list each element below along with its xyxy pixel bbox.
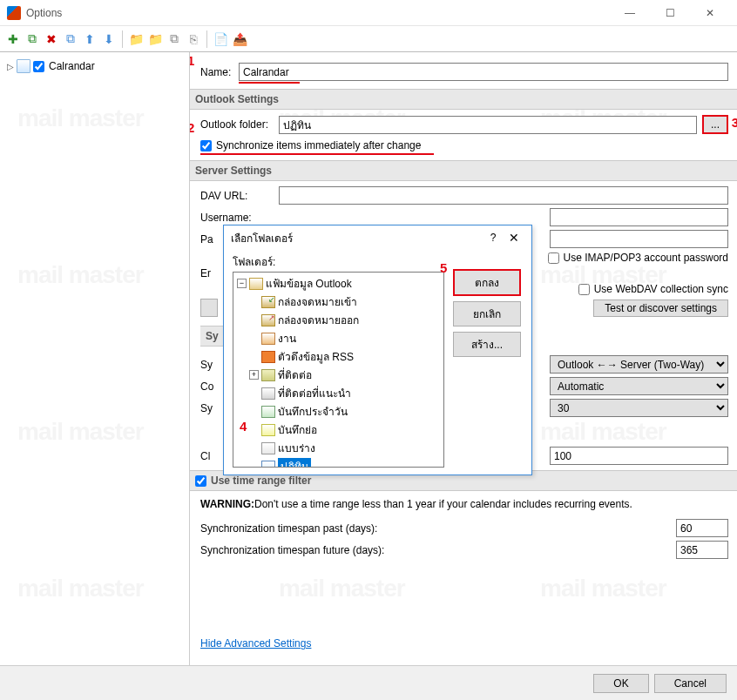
dav-url-input[interactable] bbox=[279, 186, 728, 205]
footer: OK Cancel bbox=[0, 665, 737, 700]
password-input[interactable] bbox=[550, 230, 728, 248]
tree-node-calendar[interactable]: ปฏิทิน bbox=[235, 457, 442, 468]
minimize-button[interactable]: — bbox=[610, 0, 650, 26]
name-input[interactable] bbox=[239, 63, 728, 81]
sync-mode-label-partial: Sy bbox=[200, 359, 218, 371]
tree-node-contacts[interactable]: +ที่ติดต่อ bbox=[235, 366, 442, 384]
app-icon bbox=[7, 6, 21, 20]
cache-icon[interactable]: ⎘ bbox=[186, 31, 201, 47]
timespan-past-label: Synchronization timespan past (days): bbox=[200, 522, 377, 535]
annotation-2: 2 bbox=[190, 120, 194, 135]
tree-node-outbox[interactable]: กล่องจดหมายออก bbox=[235, 311, 442, 329]
collapse-icon[interactable]: − bbox=[237, 279, 247, 288]
timerange-label: Use time range filter bbox=[211, 475, 311, 487]
annotation-1: 1 bbox=[190, 53, 194, 68]
suggested-contacts-icon bbox=[261, 387, 275, 400]
sidebar-root[interactable]: ▷ Calrandar bbox=[5, 57, 184, 75]
tree-node-tasks[interactable]: งาน bbox=[235, 329, 442, 347]
contacts-icon bbox=[261, 369, 275, 381]
chunk-label-partial: Cl bbox=[200, 450, 218, 462]
add-icon[interactable]: ✚ bbox=[5, 31, 21, 47]
warning-text: Don't use a time range less than 1 year … bbox=[254, 498, 632, 510]
username-input[interactable] bbox=[550, 208, 728, 226]
email-label-partial: Er bbox=[200, 267, 218, 279]
calendar-icon bbox=[17, 59, 30, 73]
dav-url-label: DAV URL: bbox=[200, 190, 279, 202]
server-settings-header: Server Settings bbox=[190, 160, 737, 181]
annotation-3: 3 bbox=[732, 115, 737, 130]
dialog-cancel-button[interactable]: ยกเลิก bbox=[453, 301, 521, 326]
expand-icon[interactable]: ▷ bbox=[7, 62, 14, 71]
folder-del-icon[interactable]: 📁 bbox=[147, 31, 163, 47]
expand-icon[interactable]: + bbox=[249, 370, 259, 380]
dialog-titlebar: เลือกโฟลเดอร์ ? ✕ bbox=[224, 225, 531, 250]
sidebar: ▷ Calrandar bbox=[0, 52, 190, 665]
tree-node-journal[interactable]: บันทึกประจำวัน bbox=[235, 402, 442, 421]
window-title: Options bbox=[26, 7, 610, 19]
close-button[interactable]: ✕ bbox=[690, 0, 730, 26]
tree-node-suggested[interactable]: ที่ติดต่อที่แนะนำ bbox=[235, 384, 442, 402]
copy-icon[interactable]: ⧉ bbox=[63, 31, 78, 47]
interval-label-partial: Sy bbox=[200, 402, 218, 414]
tree-node-notes[interactable]: บันทึกย่อ bbox=[235, 421, 442, 439]
sidebar-root-label: Calrandar bbox=[49, 60, 95, 72]
tree-node-drafts[interactable]: แบบร่าง bbox=[235, 439, 442, 457]
timerange-checkbox[interactable] bbox=[195, 475, 206, 487]
password-label-partial: Pa bbox=[200, 233, 218, 246]
warning-prefix: WARNING: bbox=[200, 498, 254, 510]
outlook-folder-label: Outlook folder: bbox=[200, 118, 279, 131]
folder-icon[interactable]: 📁 bbox=[128, 31, 144, 47]
use-imap-checkbox[interactable] bbox=[548, 252, 559, 264]
annotation-4: 4 bbox=[240, 419, 247, 434]
browse-folder-button[interactable]: ... bbox=[702, 115, 728, 134]
calendar-icon bbox=[261, 461, 275, 468]
folder-label: โฟลเดอร์: bbox=[233, 253, 444, 270]
conflict-label-partial: Co bbox=[200, 380, 218, 393]
chunk-input[interactable] bbox=[550, 447, 728, 465]
test-discover-button[interactable]: Test or discover settings bbox=[593, 300, 728, 317]
interval-select[interactable]: 30 bbox=[550, 399, 728, 417]
timespan-future-input[interactable] bbox=[676, 541, 728, 559]
reports-icon[interactable]: 📄 bbox=[213, 31, 228, 47]
hide-advanced-link[interactable]: Hide Advanced Settings bbox=[200, 637, 311, 650]
rss-icon bbox=[261, 351, 275, 363]
annotation-5: 5 bbox=[440, 260, 447, 275]
sync-immediate-checkbox[interactable] bbox=[200, 140, 212, 151]
cancel-button[interactable]: Cancel bbox=[654, 674, 727, 693]
outlook-data-icon bbox=[249, 278, 263, 290]
dialog-help-button[interactable]: ? bbox=[483, 232, 504, 244]
add-multi-icon[interactable]: ⧉ bbox=[24, 31, 40, 47]
dialog-create-button[interactable]: สร้าง... bbox=[453, 332, 521, 357]
drafts-icon bbox=[261, 442, 275, 454]
down-icon[interactable]: ⬇ bbox=[101, 31, 117, 47]
dialog-close-button[interactable]: ✕ bbox=[504, 231, 524, 245]
journal-icon bbox=[261, 406, 275, 418]
tree-node-rss[interactable]: ตัวดึงข้อมูล RSS bbox=[235, 347, 442, 366]
titlebar: Options — ☐ ✕ bbox=[0, 0, 737, 26]
sync-mode-select[interactable]: Outlook ←→ Server (Two-Way) bbox=[550, 355, 728, 374]
delete-icon[interactable]: ✖ bbox=[44, 31, 59, 47]
sidebar-root-checkbox[interactable] bbox=[33, 61, 44, 72]
maximize-button[interactable]: ☐ bbox=[650, 0, 690, 26]
up-icon[interactable]: ⬆ bbox=[82, 31, 98, 47]
outlook-settings-header: Outlook Settings bbox=[190, 89, 737, 110]
inbox-icon bbox=[261, 296, 275, 308]
use-imap-label: Use IMAP/POP3 account password bbox=[564, 252, 728, 264]
username-label: Username: bbox=[200, 212, 279, 224]
sync-immediate-label: Synchronize items immediately after chan… bbox=[216, 139, 421, 151]
name-label: Name: bbox=[200, 66, 239, 78]
dialog-ok-button[interactable]: ตกลง bbox=[453, 269, 521, 296]
use-webdav-checkbox[interactable] bbox=[578, 284, 590, 295]
timespan-past-input[interactable] bbox=[676, 519, 728, 537]
folder-tree[interactable]: −แฟ้มข้อมูล Outlook กล่องจดหมายเข้า กล่อ… bbox=[233, 272, 444, 468]
folder-picker-dialog: เลือกโฟลเดอร์ ? ✕ โฟลเดอร์: −แฟ้มข้อมูล … bbox=[223, 225, 532, 475]
use-webdav-label: Use WebDAV collection sync bbox=[594, 283, 728, 295]
tree-node-root[interactable]: −แฟ้มข้อมูล Outlook bbox=[235, 274, 442, 293]
tree-node-inbox[interactable]: กล่องจดหมายเข้า bbox=[235, 293, 442, 311]
copy2-icon[interactable]: ⧉ bbox=[166, 31, 182, 47]
conflict-select[interactable]: Automatic bbox=[550, 377, 728, 395]
tasks-icon bbox=[261, 333, 275, 345]
export-icon[interactable]: 📤 bbox=[232, 31, 247, 47]
ok-button[interactable]: OK bbox=[593, 674, 648, 693]
outlook-folder-input[interactable] bbox=[279, 116, 697, 134]
